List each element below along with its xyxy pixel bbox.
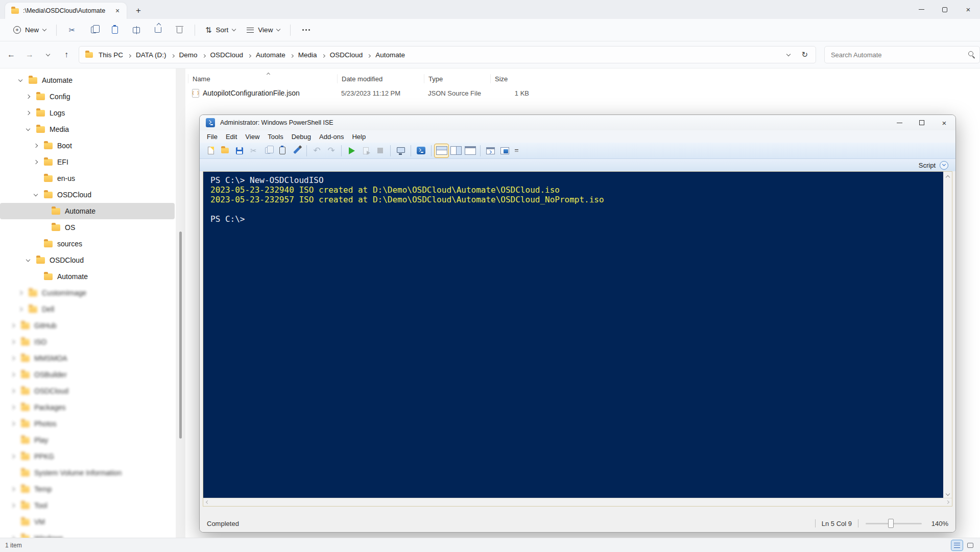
run-selection-button[interactable] <box>359 144 373 157</box>
tree-chevron-icon[interactable] <box>11 487 15 491</box>
column-header-type[interactable]: Type <box>424 74 490 83</box>
breadcrumb-item-data-d[interactable]: DATA (D:) <box>132 50 170 60</box>
tree-item-logs[interactable]: Logs <box>0 105 176 121</box>
toolbar-overflow-button[interactable] <box>512 144 520 157</box>
tree-chevron-icon[interactable] <box>34 144 38 148</box>
tree-item-efi[interactable]: EFI <box>0 154 176 170</box>
console-vertical-scrollbar[interactable] <box>943 172 952 498</box>
menu-help[interactable]: Help <box>348 131 370 142</box>
view-button[interactable]: View <box>242 22 285 38</box>
tree-item-config[interactable]: Config <box>0 88 176 105</box>
console-horizontal-scrollbar[interactable] <box>203 498 952 506</box>
address-bar[interactable]: This PCDATA (D:)DemoOSDCloudAutomateMedi… <box>79 46 816 63</box>
tab-close-icon[interactable]: × <box>112 6 123 16</box>
scroll-left-icon[interactable] <box>206 500 209 504</box>
minimize-button[interactable] <box>910 0 933 19</box>
tree-item-automate[interactable]: Automate <box>0 72 176 88</box>
tree-item-github[interactable]: GitHub <box>0 317 176 334</box>
column-header-date[interactable]: Date modified <box>337 74 424 83</box>
tree-chevron-icon[interactable] <box>18 307 22 311</box>
new-remote-session-button[interactable] <box>394 144 408 157</box>
tree-chevron-icon[interactable] <box>26 111 30 115</box>
tree-item-iso[interactable]: ISO <box>0 334 176 350</box>
tree-item-osbuilder[interactable]: OSBuilder <box>0 366 176 383</box>
breadcrumb-item-automate[interactable]: Automate <box>252 50 289 60</box>
breadcrumb-item-automate[interactable]: Automate <box>372 50 409 60</box>
thumbnail-view-toggle[interactable] <box>965 540 976 550</box>
up-button[interactable]: ↑ <box>58 47 75 63</box>
tree-chevron-icon[interactable] <box>18 77 22 81</box>
ise-close-button[interactable]: × <box>933 115 955 130</box>
tree-chevron-icon[interactable] <box>11 373 15 377</box>
undo-button[interactable]: ↶ <box>310 144 324 157</box>
tree-item-osdcloud[interactable]: OSDCloud <box>0 187 176 203</box>
tree-item-media[interactable]: Media <box>0 121 176 137</box>
script-expand-button[interactable] <box>940 161 948 170</box>
explorer-tab[interactable]: :\Media\OSDCloud\Automate × <box>5 3 127 19</box>
scroll-up-icon[interactable] <box>945 175 949 179</box>
address-dropdown-button[interactable] <box>782 47 795 63</box>
tree-item-boot[interactable]: Boot <box>0 137 176 154</box>
tree-item-osdcloud[interactable]: OSDCloud <box>0 383 176 399</box>
tree-chevron-icon[interactable] <box>11 503 15 508</box>
save-button[interactable] <box>232 144 246 157</box>
search-input[interactable] <box>825 47 979 63</box>
tree-chevron-icon[interactable] <box>11 356 15 360</box>
maximize-button[interactable] <box>933 0 957 19</box>
tree-chevron-icon[interactable] <box>11 454 15 458</box>
paste-button[interactable] <box>105 22 125 38</box>
ise-title-bar[interactable]: Administrator: Windows PowerShell ISE × <box>200 115 955 130</box>
tree-item-vm[interactable]: VM <box>0 514 176 530</box>
see-more-button[interactable] <box>296 22 316 38</box>
console-output[interactable]: PS C:\> New-OSDCloudISO2023-05-23-232940… <box>203 172 943 498</box>
copy-button-ise[interactable] <box>261 144 275 157</box>
tree-chevron-icon[interactable] <box>11 405 15 409</box>
script-pane-max-button[interactable] <box>463 144 477 157</box>
tree-chevron-icon[interactable] <box>11 340 15 344</box>
cut-button-ise[interactable]: ✂ <box>247 144 260 157</box>
tree-item-system-volume-information[interactable]: System Volume Information <box>0 465 176 481</box>
new-script-button[interactable] <box>204 144 218 157</box>
tree-item-ppkg[interactable]: PPKG <box>0 448 176 465</box>
tree-item-play[interactable]: Play <box>0 432 176 448</box>
menu-debug[interactable]: Debug <box>288 131 315 142</box>
back-button[interactable]: ← <box>3 47 19 63</box>
share-button[interactable] <box>148 22 168 38</box>
tree-item-dell[interactable]: Dell <box>0 301 176 317</box>
breadcrumb-item-this-pc[interactable]: This PC <box>95 50 127 60</box>
tree-chevron-icon[interactable] <box>11 422 15 426</box>
tree-chevron-icon[interactable] <box>11 324 15 328</box>
tree-item-automate[interactable]: Automate <box>0 268 176 285</box>
tree-item-packages[interactable]: Packages <box>0 399 176 416</box>
scrollbar-thumb[interactable] <box>179 232 182 439</box>
sidebar-scrollbar[interactable] <box>176 68 185 538</box>
clear-console-button[interactable] <box>290 144 303 157</box>
tree-item-temp[interactable]: Temp <box>0 481 176 497</box>
new-tab-button[interactable]: + <box>131 4 146 17</box>
file-row-autopilotconfigurationfile-json[interactable]: { } AutopilotConfigurationFile.json 5/23… <box>188 86 980 100</box>
new-remote-tab-button[interactable] <box>484 144 497 157</box>
breadcrumb-item-media[interactable]: Media <box>295 50 321 60</box>
zoom-slider[interactable] <box>866 523 922 524</box>
tree-chevron-icon[interactable] <box>34 160 38 164</box>
tree-item-osdcloud[interactable]: OSDCloud <box>0 252 176 268</box>
run-script-button[interactable] <box>345 144 358 157</box>
tree-chevron-icon[interactable] <box>18 291 22 295</box>
delete-button[interactable] <box>169 22 189 38</box>
redo-button[interactable]: ↷ <box>324 144 338 157</box>
start-powershell-button[interactable] <box>414 144 428 157</box>
forward-button[interactable]: → <box>21 47 38 63</box>
menu-add-ons[interactable]: Add-ons <box>315 131 348 142</box>
tree-chevron-icon[interactable] <box>26 95 30 99</box>
column-header-name[interactable]: Name <box>188 74 337 83</box>
menu-edit[interactable]: Edit <box>222 131 241 142</box>
scroll-down-icon[interactable] <box>945 492 949 496</box>
tree-item-tool[interactable]: Tool <box>0 497 176 514</box>
tree-chevron-icon[interactable] <box>26 257 30 261</box>
scroll-right-icon[interactable] <box>946 500 949 504</box>
tree-chevron-icon[interactable] <box>34 192 38 196</box>
open-script-button[interactable] <box>218 144 232 157</box>
breadcrumb-item-demo[interactable]: Demo <box>176 50 201 60</box>
tree-item-os[interactable]: OS <box>0 219 176 236</box>
tree-item-en-us[interactable]: en-us <box>0 170 176 187</box>
